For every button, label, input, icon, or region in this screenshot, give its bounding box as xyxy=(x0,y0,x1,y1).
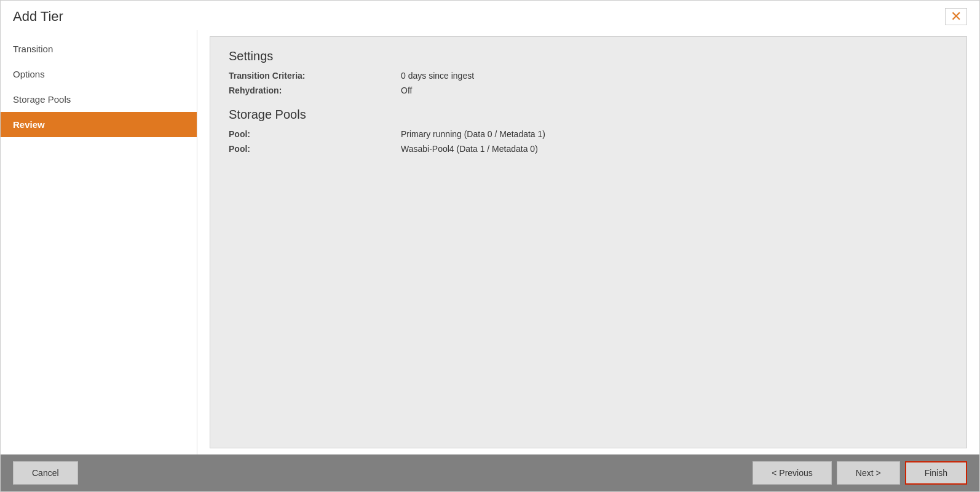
storage-pool-value-1: Primary running (Data 0 / Metadata 1) xyxy=(401,129,545,139)
storage-pool-label-2: Pool: xyxy=(229,144,401,154)
settings-value-rehydration: Off xyxy=(401,85,412,95)
settings-label-transition-criteria: Transition Criteria: xyxy=(229,71,401,81)
dialog-footer: Cancel < Previous Next > Finish xyxy=(1,454,979,491)
settings-section: Settings Transition Criteria: 0 days sin… xyxy=(229,49,948,95)
storage-pools-title: Storage Pools xyxy=(229,108,948,122)
cancel-button[interactable]: Cancel xyxy=(13,461,78,485)
dialog-body: Transition Options Storage Pools Review … xyxy=(1,30,979,454)
dialog-title: Add Tier xyxy=(13,9,63,25)
settings-label-rehydration: Rehydration: xyxy=(229,85,401,95)
settings-row-rehydration: Rehydration: Off xyxy=(229,85,948,95)
add-tier-dialog: Add Tier ✕ Transition Options Storage Po… xyxy=(0,0,980,492)
storage-pool-label-1: Pool: xyxy=(229,129,401,139)
close-button[interactable]: ✕ xyxy=(945,8,967,25)
dialog-header: Add Tier ✕ xyxy=(1,1,979,30)
settings-row-transition-criteria: Transition Criteria: 0 days since ingest xyxy=(229,71,948,81)
footer-nav: < Previous Next > Finish xyxy=(753,461,967,485)
storage-pool-value-2: Wasabi-Pool4 (Data 1 / Metadata 0) xyxy=(401,144,538,154)
next-button[interactable]: Next > xyxy=(837,461,900,485)
sidebar-item-review[interactable]: Review xyxy=(1,112,197,137)
finish-button[interactable]: Finish xyxy=(905,461,967,485)
sidebar-item-transition[interactable]: Transition xyxy=(1,36,197,62)
storage-pool-row-2: Pool: Wasabi-Pool4 (Data 1 / Metadata 0) xyxy=(229,144,948,154)
settings-value-transition-criteria: 0 days since ingest xyxy=(401,71,474,81)
storage-pools-section: Storage Pools Pool: Primary running (Dat… xyxy=(229,108,948,154)
settings-title: Settings xyxy=(229,49,948,63)
content-panel: Settings Transition Criteria: 0 days sin… xyxy=(210,36,967,448)
sidebar-item-storage-pools[interactable]: Storage Pools xyxy=(1,87,197,112)
sidebar: Transition Options Storage Pools Review xyxy=(1,30,197,454)
main-content: Settings Transition Criteria: 0 days sin… xyxy=(197,30,979,454)
sidebar-item-options[interactable]: Options xyxy=(1,62,197,87)
storage-pool-row-1: Pool: Primary running (Data 0 / Metadata… xyxy=(229,129,948,139)
previous-button[interactable]: < Previous xyxy=(753,461,832,485)
